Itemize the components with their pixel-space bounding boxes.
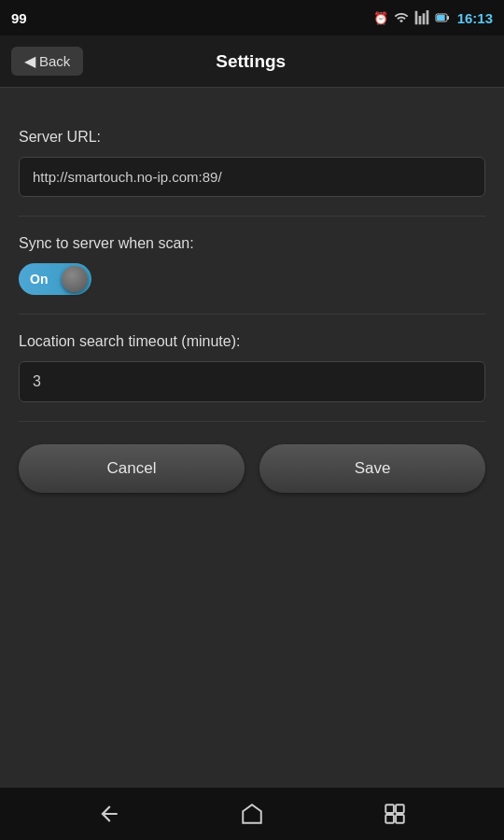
toggle-thumb [62,266,88,292]
nav-bar: ◀ Back Settings [0,35,504,88]
timeout-input[interactable] [19,361,485,402]
back-arrow-icon: ◀ [24,52,35,70]
server-url-label: Server URL: [19,129,485,146]
home-button[interactable] [240,802,264,826]
recents-button[interactable] [383,802,407,826]
sync-toggle-section: Sync to server when scan: On [19,217,485,315]
page-title: Settings [83,51,418,72]
svg-rect-6 [396,815,404,823]
system-back-button[interactable] [97,802,121,826]
battery-icon [435,10,452,25]
svg-rect-1 [447,16,449,20]
status-icons: ⏰ 16:13 [373,10,493,26]
back-button[interactable]: ◀ Back [11,47,83,76]
signal-bars-icon [414,10,429,25]
server-url-input[interactable] [19,157,485,197]
bottom-nav-bar [0,788,504,840]
save-button[interactable]: Save [259,444,485,493]
svg-rect-3 [386,805,395,813]
recents-nav-icon [383,802,407,826]
toggle-container: On [19,263,485,295]
server-url-section: Server URL: [19,110,485,217]
signal-strength: 99 [11,10,27,26]
timeout-label: Location search timeout (minute): [19,333,485,350]
svg-rect-2 [437,15,445,21]
cancel-button[interactable]: Cancel [19,444,245,493]
sync-toggle[interactable]: On [19,263,91,295]
action-buttons: Cancel Save [19,422,485,493]
alarm-icon: ⏰ [373,11,388,25]
toggle-on-label: On [30,272,48,287]
toggle-track: On [19,263,91,295]
back-button-label: Back [39,53,70,69]
status-time: 16:13 [457,10,493,26]
sync-label: Sync to server when scan: [19,235,485,252]
status-bar: 99 ⏰ 16:13 [0,0,504,35]
home-nav-icon [240,802,264,826]
svg-rect-4 [396,805,404,813]
timeout-section: Location search timeout (minute): [19,315,485,422]
settings-content: Server URL: Sync to server when scan: On… [0,88,504,515]
svg-rect-5 [386,815,395,823]
back-nav-icon [97,802,121,826]
wifi-icon [394,10,409,25]
